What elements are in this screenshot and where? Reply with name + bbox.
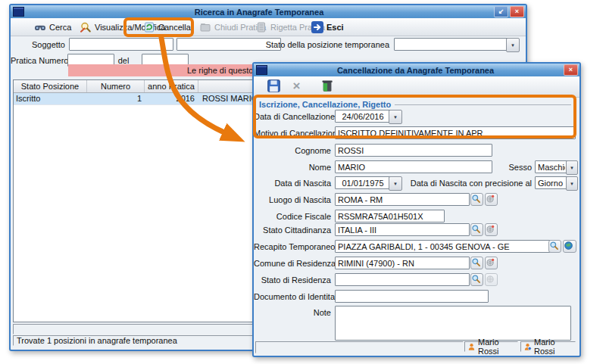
documento-identita-label: Documento di Identita' [254, 292, 331, 301]
motivo-cancellazione-input[interactable] [335, 126, 576, 139]
stato-cittadinanza-input[interactable] [335, 223, 470, 236]
chevron-down-icon: ▼ [511, 43, 515, 48]
user-name: Mario Rossi [478, 338, 517, 356]
sesso-dropdown-button[interactable]: ▼ [566, 160, 578, 175]
cancel-statusbar-left [255, 341, 464, 353]
cognome-input[interactable] [335, 144, 492, 157]
globe-person-icon [486, 224, 498, 236]
data-cancellazione-input[interactable] [335, 110, 391, 123]
esci-label: Esci [326, 23, 344, 32]
globe-person-icon [486, 257, 498, 269]
cancel-action-button[interactable]: × [287, 79, 306, 93]
cancella-label: Cancella [158, 23, 191, 32]
close-button[interactable]: × [510, 6, 524, 17]
precisione-dropdown-button[interactable]: ▼ [566, 176, 578, 191]
nome-label: Nome [254, 163, 331, 172]
nome-input[interactable] [335, 160, 492, 173]
luogo-nascita-label: Luogo di Nascita [254, 195, 331, 204]
recapito-globe-button[interactable] [563, 240, 576, 253]
binoculars-icon [34, 21, 46, 33]
soggetto-input-1[interactable] [69, 38, 173, 51]
cancel-titlebar: Cancellazione da Anagrafe Temporanea × [254, 64, 579, 77]
stato-residenza-globe-button-disabled[interactable] [485, 273, 498, 286]
minimize-button[interactable]: ↙ [494, 6, 508, 17]
sesso-label: Sesso [486, 163, 532, 172]
column-header-numero-pratica[interactable]: Numero Pratica [87, 80, 145, 92]
recapito-lookup-button[interactable] [548, 240, 561, 253]
documento-identita-input[interactable] [335, 290, 489, 303]
save-icon [267, 79, 281, 93]
globe-person-icon [486, 194, 498, 206]
cell-numero: 1 [89, 93, 145, 104]
window-icon [256, 65, 267, 75]
globe-icon [564, 241, 576, 253]
stato-cittadinanza-lookup-button[interactable] [470, 223, 483, 236]
stato-cittadinanza-globe-button[interactable] [485, 223, 498, 236]
precisione-combo[interactable] [535, 176, 568, 189]
comune-residenza-label: Comune di Residenza [254, 259, 331, 268]
luogo-nascita-lookup-button[interactable] [470, 193, 483, 206]
close-button[interactable]: × [564, 64, 578, 76]
cancel-window: Cancellazione da Anagrafe Temporanea × ×… [252, 62, 581, 357]
chevron-down-icon: ▼ [570, 182, 574, 186]
recapito-temporaneo-label: Recapito Temporaneo [254, 242, 331, 251]
search-icon [471, 257, 483, 269]
data-cancellazione-dropdown-button[interactable]: ▼ [389, 110, 402, 124]
cognome-label: Cognome [254, 146, 331, 155]
exit-arrow-icon [311, 21, 323, 33]
column-header-anno-pratica[interactable]: anno Pratica [145, 80, 198, 92]
chevron-down-icon: ▼ [570, 166, 574, 170]
note-textarea[interactable] [335, 306, 571, 341]
cerca-button[interactable]: Cerca [32, 20, 73, 34]
search-icon [471, 224, 483, 236]
data-nascita-label: Data di Nascita [254, 179, 331, 188]
stato-residenza-label: Stato di Residenza [254, 275, 331, 285]
search-window-title: Ricerca in Anagrafe Temporanea [24, 8, 494, 17]
codice-fiscale-label: Codice Fiscale [254, 212, 331, 221]
user-status-2: Mario Rossi [520, 341, 576, 352]
data-cancellazione-label: Data di Cancellazione [254, 112, 331, 121]
recapito-temporaneo-input[interactable] [335, 240, 551, 253]
cell-anno: 2016 [145, 93, 198, 104]
group-label: Iscrizione, Cancellazione, Rigetto [259, 100, 391, 109]
column-header-stato-posizione[interactable]: Stato Posizione [14, 80, 87, 92]
chiudi-pratica-icon [199, 21, 211, 33]
globe-person-icon [486, 274, 498, 286]
search-titlebar: Ricerca in Anagrafe Temporanea ↙ × [11, 5, 526, 19]
stato-posizione-combo[interactable] [394, 38, 510, 51]
stato-residenza-input[interactable] [335, 273, 470, 286]
motivo-cancellazione-label: Motivo di Cancellazione [254, 129, 331, 138]
save-button[interactable] [264, 79, 283, 93]
rigetta-pratica-icon [255, 21, 267, 33]
codice-fiscale-input[interactable] [335, 210, 445, 222]
comune-residenza-lookup-button[interactable] [470, 257, 483, 269]
precisione-label: Data di Nascita con precisione al [394, 179, 532, 188]
cancella-icon [143, 21, 155, 33]
user-name: Mario Rossi [534, 338, 575, 356]
data-nascita-input[interactable] [335, 176, 391, 189]
group-divider [395, 104, 571, 105]
screen: Ricerca in Anagrafe Temporanea ↙ × Cerca… [0, 0, 606, 364]
chevron-down-icon: ▼ [393, 115, 398, 120]
comune-residenza-globe-button[interactable] [485, 257, 498, 269]
search-icon [471, 194, 483, 206]
stato-posizione-dropdown-button[interactable]: ▼ [506, 38, 520, 52]
pratica-numero-label: Pratica Numero [11, 56, 64, 65]
esci-button[interactable]: Esci [309, 20, 346, 34]
luogo-nascita-input[interactable] [335, 193, 470, 206]
cancella-button[interactable]: Cancella [141, 20, 193, 34]
delete-confirm-button[interactable] [317, 79, 336, 93]
luogo-nascita-globe-button[interactable] [485, 193, 498, 206]
note-label: Note [254, 308, 331, 317]
person-badge-icon [523, 343, 532, 351]
sesso-combo[interactable] [535, 160, 568, 173]
person-icon [467, 343, 476, 351]
window-icon [13, 7, 24, 17]
search-status-text: Trovate 1 posizioni in anagrafe temporan… [17, 336, 177, 345]
magnifier-pencil-icon [80, 21, 92, 33]
trash-shield-icon [320, 79, 334, 93]
cancel-toolbar: × [254, 76, 579, 98]
user-status-1: Mario Rossi [464, 341, 518, 352]
stato-residenza-lookup-button[interactable] [470, 273, 483, 286]
comune-residenza-input[interactable] [335, 257, 470, 269]
